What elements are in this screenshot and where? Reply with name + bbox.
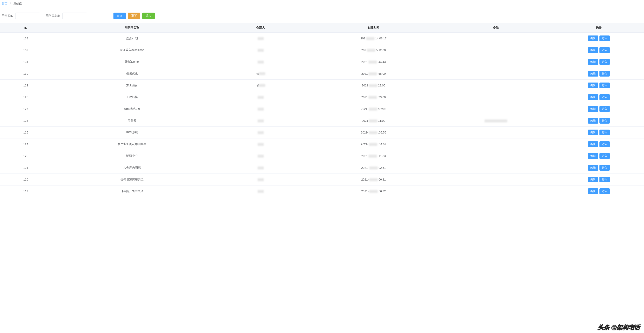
edit-button[interactable]: 编辑: [588, 36, 598, 41]
filter-id-input[interactable]: [15, 12, 40, 19]
cell-id: 122: [0, 150, 52, 162]
cell-id: 132: [0, 44, 52, 56]
cell-creator: [212, 127, 309, 138]
cell-name: 正次转换: [52, 92, 213, 103]
enter-button[interactable]: 进入: [600, 59, 610, 65]
search-button[interactable]: 查询: [114, 12, 126, 19]
enter-button[interactable]: 进入: [600, 153, 610, 159]
enter-button[interactable]: 进入: [600, 94, 610, 100]
table-row: 131测试Demo2021:44:43编辑进入: [0, 56, 644, 68]
cell-time: 2021:58:00: [309, 68, 438, 80]
edit-button[interactable]: 编辑: [588, 106, 598, 112]
cell-action: 编辑进入: [554, 44, 644, 56]
cell-id: 127: [0, 103, 52, 115]
reset-button[interactable]: 重置: [128, 12, 140, 19]
table-row: 121大仓库内溯源2021-02:51编辑进入: [0, 162, 644, 174]
redacted-time: [369, 108, 377, 110]
cell-id: 124: [0, 138, 52, 150]
cell-creator: [212, 92, 309, 103]
redacted-time: [369, 120, 377, 122]
edit-button[interactable]: 编辑: [588, 153, 598, 159]
enter-button[interactable]: 进入: [600, 71, 610, 76]
cell-action: 编辑进入: [554, 92, 644, 103]
table-row: 120促销增加费用类型2021-06:31编辑进入: [0, 174, 644, 186]
edit-button[interactable]: 编辑: [588, 47, 598, 53]
redacted-time: [368, 61, 377, 64]
cell-name: 【导购】售中取消: [52, 186, 213, 197]
cell-time: 2021-02:51: [309, 162, 438, 174]
enter-button[interactable]: 进入: [600, 141, 610, 147]
enter-button[interactable]: 进入: [600, 106, 610, 112]
cell-name: 溯源中心: [52, 150, 213, 162]
col-header-note: 备注: [438, 23, 554, 32]
edit-button[interactable]: 编辑: [588, 188, 598, 194]
edit-button[interactable]: 编辑: [588, 59, 598, 65]
cell-note: [438, 92, 554, 103]
cell-time: 2021-56:32: [309, 186, 438, 197]
cell-note: [438, 186, 554, 197]
enter-button[interactable]: 进入: [600, 82, 610, 88]
edit-button[interactable]: 编辑: [588, 82, 598, 88]
table-row: 125BPM系统2021-:05:56编辑进入: [0, 127, 644, 138]
cell-id: 129: [0, 80, 52, 92]
filter-id-label: 用例库ID: [2, 14, 13, 18]
redacted-time: [370, 190, 378, 193]
edit-button[interactable]: 编辑: [588, 71, 598, 76]
table-row: 126零售云202111:09编辑进入: [0, 115, 644, 127]
cell-creator: [212, 115, 309, 127]
add-button[interactable]: 添加: [142, 12, 155, 19]
breadcrumb: 首页 / 用例库: [0, 0, 644, 9]
col-header-id: ID: [0, 23, 52, 32]
enter-button[interactable]: 进入: [600, 130, 610, 135]
redacted-time: [368, 72, 377, 75]
cell-time: 202111:09: [309, 115, 438, 127]
cell-time: 2025:12:08: [309, 44, 438, 56]
redacted-creator: [258, 155, 264, 158]
redacted-creator: [258, 61, 264, 64]
redacted-time: [369, 84, 377, 87]
edit-button[interactable]: 编辑: [588, 94, 598, 100]
testcase-table: ID 用例库名称 创建人 创建时间 备注 操作 133盘点计划20214:08:…: [0, 23, 644, 197]
cell-creator: [212, 186, 309, 197]
redacted-time: [368, 155, 377, 158]
cell-creator: 核: [212, 68, 309, 80]
cell-note: [438, 32, 554, 44]
breadcrumb-home[interactable]: 首页: [2, 2, 8, 5]
table-row: 130报损优化核2021:58:00编辑进入: [0, 68, 644, 80]
edit-button[interactable]: 编辑: [588, 141, 598, 147]
cell-note: [438, 127, 554, 138]
cell-note: [438, 115, 554, 127]
table-row: 119【导购】售中取消2021-56:32编辑进入: [0, 186, 644, 197]
edit-button[interactable]: 编辑: [588, 130, 598, 135]
table-row: 133盘点计划20214:08:17编辑进入: [0, 32, 644, 44]
cell-action: 编辑进入: [554, 127, 644, 138]
enter-button[interactable]: 进入: [600, 47, 610, 53]
redacted-creator: [258, 190, 264, 193]
filter-name-input[interactable]: [62, 12, 87, 19]
enter-button[interactable]: 进入: [600, 165, 610, 171]
edit-button[interactable]: 编辑: [588, 176, 598, 182]
cell-action: 编辑进入: [554, 80, 644, 92]
redacted-creator: [258, 143, 264, 146]
table-row: 124会员业务测试用例集合2021-:54:02编辑进入: [0, 138, 644, 150]
edit-button[interactable]: 编辑: [588, 118, 598, 124]
cell-creator: [212, 150, 309, 162]
enter-button[interactable]: 进入: [600, 176, 610, 182]
redacted-time: [369, 143, 377, 146]
breadcrumb-separator: /: [10, 2, 11, 5]
cell-id: 119: [0, 186, 52, 197]
cell-creator: [212, 32, 309, 44]
cell-name: 会员业务测试用例集合: [52, 138, 213, 150]
cell-time: 2021-:54:02: [309, 138, 438, 150]
enter-button[interactable]: 进入: [600, 118, 610, 124]
redacted-creator: [258, 178, 264, 181]
redacted-creator: [259, 72, 265, 75]
edit-button[interactable]: 编辑: [588, 165, 598, 171]
cell-name: 大仓库内溯源: [52, 162, 213, 174]
cell-action: 编辑进入: [554, 162, 644, 174]
cell-time: 2021:23:00: [309, 92, 438, 103]
cell-id: 121: [0, 162, 52, 174]
enter-button[interactable]: 进入: [600, 36, 610, 41]
enter-button[interactable]: 进入: [600, 188, 610, 194]
cell-action: 编辑进入: [554, 56, 644, 68]
